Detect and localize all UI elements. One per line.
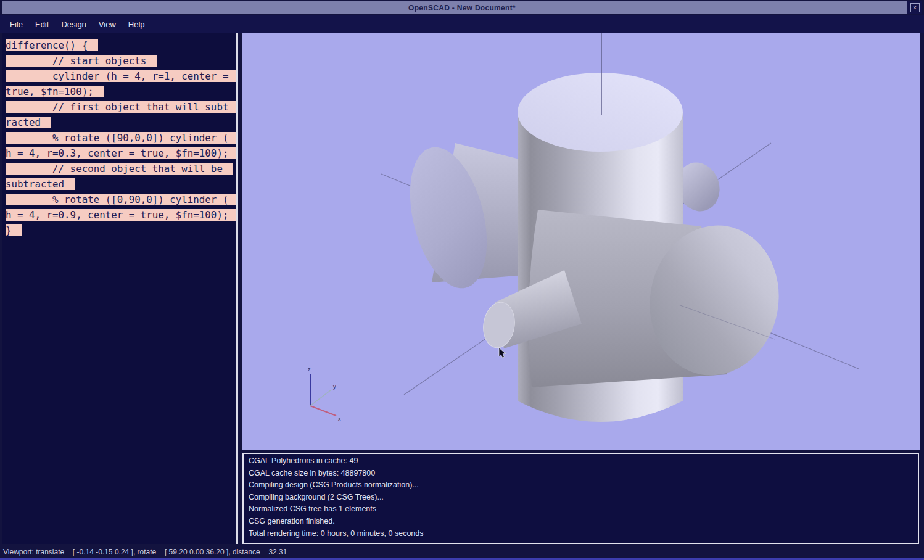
close-button[interactable]: × — [907, 1, 922, 14]
console-line: Compiling background (2 CSG Trees)... — [249, 492, 913, 504]
menu-edit[interactable]: Edit — [29, 19, 55, 30]
code-text: subtracted — [6, 178, 75, 190]
openscad-window: OpenSCAD - New Document* × File Edit Des… — [0, 0, 924, 560]
code-text: cylinder (h = 4, r=1, center = — [6, 70, 238, 82]
z-axis-label: z — [308, 366, 311, 373]
menu-help[interactable]: Help — [122, 19, 151, 30]
code-text: % rotate ([90,0,0]) cylinder ( — [6, 132, 238, 144]
code-text: h = 4, r=0.9, center = true, $fn=100); — [6, 209, 238, 221]
close-icon: × — [910, 3, 920, 12]
menu-view[interactable]: View — [93, 19, 122, 30]
code-text: true, $fn=100); — [6, 86, 104, 97]
code-line[interactable]: // second object that will be — [6, 161, 236, 176]
console-line: CGAL cache size in bytes: 48897800 — [249, 467, 913, 480]
code-text: } — [6, 224, 22, 236]
code-text: difference() { — [6, 39, 98, 51]
code-text: // second object that will be — [6, 163, 233, 175]
console-line: Total rendering time: 0 hours, 0 minutes… — [249, 528, 913, 540]
code-line[interactable]: } — [6, 223, 236, 238]
menu-file[interactable]: File — [4, 19, 29, 30]
code-line[interactable]: subtracted — [6, 176, 236, 192]
code-line[interactable]: h = 4, r=0.9, center = true, $fn=100); — [6, 207, 236, 223]
code-editor[interactable]: difference() { // start objects cylinder… — [2, 33, 238, 544]
menubar: File Edit Design View Help — [0, 15, 924, 33]
code-line[interactable]: // start objects — [6, 53, 236, 68]
code-line[interactable]: true, $fn=100); — [6, 84, 236, 99]
code-text: // start objects — [6, 55, 157, 67]
code-line[interactable]: cylinder (h = 4, r=1, center = — [6, 68, 236, 84]
code-line[interactable]: % rotate ([0,90,0]) cylinder ( — [6, 192, 236, 207]
code-text: h = 4, r=0.3, center = true, $fn=100); — [6, 147, 238, 159]
code-line[interactable]: // first object that will subt — [6, 99, 236, 115]
code-text: racted — [6, 117, 51, 128]
console-line: Normalized CSG tree has 1 elements — [249, 503, 913, 516]
x-axis-label: x — [338, 416, 341, 422]
viewport-3d[interactable]: z y x — [242, 33, 920, 450]
statusbar: Viewport: translate = [ -0.14 -0.15 0.24… — [0, 545, 924, 558]
code-line[interactable]: racted — [6, 115, 236, 130]
y-axis-label: y — [333, 384, 336, 390]
window-title: OpenSCAD - New Document* — [408, 4, 516, 12]
code-line[interactable]: difference() { — [6, 38, 236, 53]
console-line: CGAL Polyhedrons in cache: 49 — [249, 455, 913, 467]
code-text: // first object that will subt — [6, 101, 238, 113]
code-text: % rotate ([0,90,0]) cylinder ( — [6, 194, 238, 205]
viewport-status: Viewport: translate = [ -0.14 -0.15 0.24… — [3, 548, 287, 556]
menu-design[interactable]: Design — [55, 19, 92, 30]
titlebar[interactable]: OpenSCAD - New Document* × — [2, 1, 922, 14]
console-line: CSG generation finished. — [249, 516, 913, 528]
console-line: Compiling design (CSG Products normaliza… — [249, 479, 913, 492]
code-line[interactable]: h = 4, r=0.3, center = true, $fn=100); — [6, 146, 236, 161]
console-log[interactable]: CGAL Polyhedrons in cache: 49 CGAL cache… — [242, 453, 919, 544]
code-line[interactable]: % rotate ([90,0,0]) cylinder ( — [6, 130, 236, 146]
